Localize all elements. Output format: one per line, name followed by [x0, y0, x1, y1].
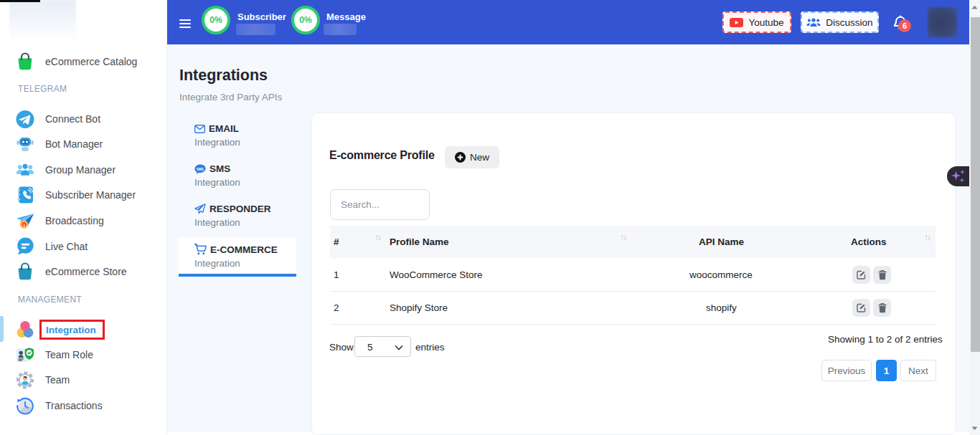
svg-text:SMS: SMS [197, 168, 204, 171]
